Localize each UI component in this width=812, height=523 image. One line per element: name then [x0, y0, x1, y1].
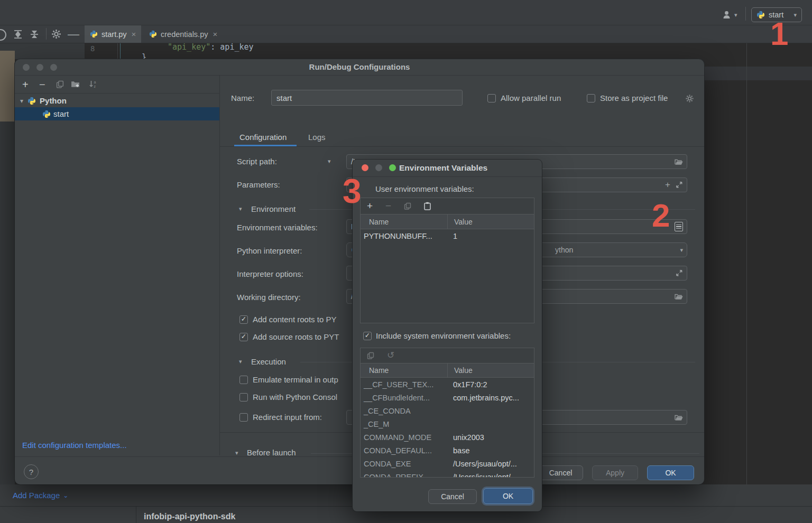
redirect-input-checkbox[interactable]: [239, 413, 248, 422]
expand-all-icon[interactable]: [13, 29, 23, 40]
python-interpreter-label: Python interpreter:: [237, 246, 302, 255]
annotation-step-2: 2: [652, 199, 670, 232]
run-with-python-console-checkbox[interactable]: [239, 393, 248, 401]
environment-section-label: Environment: [251, 204, 296, 213]
python-icon: [756, 11, 765, 19]
table-row[interactable]: CONDA_PREFIX/Users/jsuau/opt/: [361, 470, 534, 478]
include-system-env-label: Include system environment variables:: [376, 331, 511, 340]
hide-panel-icon[interactable]: —: [68, 27, 79, 41]
tree-item-start[interactable]: start: [15, 107, 219, 120]
remove-variable-icon[interactable]: −: [385, 201, 391, 211]
tab-credentials-py[interactable]: credentials.py ×: [144, 25, 223, 43]
allow-parallel-run-checkbox[interactable]: [487, 94, 496, 102]
copy-icon[interactable]: [404, 202, 411, 210]
user-env-table-body: PYTHONUNBUFF...1: [361, 229, 534, 242]
toolbar-divider: [46, 28, 47, 40]
cancel-button[interactable]: Cancel: [538, 465, 583, 480]
tab-start-py[interactable]: start.py ×: [85, 25, 141, 43]
add-source-roots-checkbox[interactable]: [239, 333, 248, 341]
annotation-step-1: 1: [770, 17, 788, 50]
store-settings-gear-icon[interactable]: [685, 94, 694, 103]
column-header-value[interactable]: Value: [447, 218, 473, 226]
table-row[interactable]: _CE_CONDA: [361, 404, 534, 417]
add-variable-icon[interactable]: +: [367, 201, 373, 211]
folder-icon[interactable]: [675, 293, 683, 300]
chevron-expanded-icon[interactable]: ▾: [239, 206, 242, 212]
user-env-section-label: User environment variables:: [375, 184, 474, 193]
gear-icon[interactable]: [51, 29, 61, 39]
gutter-line: [117, 43, 118, 59]
zoom-window-button[interactable]: [389, 164, 396, 171]
add-package-label: Add Package: [13, 491, 60, 500]
package-name[interactable]: infobip-api-python-sdk: [144, 512, 235, 521]
column-header-name[interactable]: Name: [361, 218, 447, 226]
ok-button[interactable]: OK: [647, 465, 694, 480]
table-row[interactable]: CONDA_EXE/Users/jsuau/opt/...: [361, 457, 534, 470]
apply-button[interactable]: Apply: [592, 465, 638, 480]
minimize-window-button[interactable]: [375, 164, 382, 171]
browse-environment-variables-icon[interactable]: [675, 222, 683, 231]
system-env-table: ↺ Name Value __CF_USER_TEX...0x1F7:0:2__…: [360, 348, 534, 478]
user-icon: [722, 10, 733, 20]
column-header-value[interactable]: Value: [447, 366, 473, 375]
table-row[interactable]: __CF_USER_TEX...0x1F7:0:2: [361, 378, 534, 391]
table-row[interactable]: __CFBundleIdent...com.jetbrains.pyc...: [361, 391, 534, 404]
emulate-terminal-checkbox[interactable]: [239, 376, 248, 384]
copy-icon[interactable]: [367, 352, 374, 359]
chevron-down-icon[interactable]: ▾: [680, 247, 683, 254]
python-icon: [42, 110, 51, 118]
ok-button[interactable]: OK: [483, 488, 533, 504]
paste-icon[interactable]: [424, 202, 431, 210]
indent-guide: [120, 43, 121, 59]
add-source-roots-label: Add source roots to PYT: [253, 332, 339, 341]
interpreter-options-label: Interpreter options:: [237, 269, 303, 278]
before-launch-section-label: Before launch: [247, 448, 296, 457]
column-header-name[interactable]: Name: [361, 366, 447, 375]
chevron-expanded-icon[interactable]: ▾: [239, 358, 242, 365]
sort-alphabetically-icon[interactable]: a z: [89, 80, 98, 89]
dialog-title: Environment Variables: [399, 163, 487, 173]
table-row[interactable]: COMMAND_MODEunix2003: [361, 431, 534, 444]
editor-margin-guide: [746, 43, 747, 515]
undo-icon[interactable]: ↺: [387, 351, 394, 360]
add-content-roots-checkbox[interactable]: [239, 315, 248, 324]
add-package-button[interactable]: Add Package ⌄: [13, 491, 68, 500]
include-system-env-checkbox[interactable]: [363, 332, 372, 340]
add-configuration-icon[interactable]: +: [22, 79, 29, 90]
tree-item-python-group[interactable]: ▾ Python: [15, 94, 219, 107]
edit-configuration-templates-link[interactable]: Edit configuration templates...: [22, 441, 127, 450]
name-input[interactable]: start: [271, 90, 463, 106]
add-macro-icon[interactable]: +: [665, 181, 670, 189]
environment-variables-dialog: Environment Variables User environment v…: [353, 160, 542, 511]
user-env-table: + − Name Value PYTHONUNBUFF...1: [360, 198, 534, 323]
expand-field-icon[interactable]: [676, 269, 683, 277]
tab-logs[interactable]: Logs: [308, 133, 326, 142]
copy-configuration-icon[interactable]: [56, 80, 64, 88]
table-row[interactable]: PYTHONUNBUFF...1: [361, 229, 534, 242]
clipped-toolbar-icon[interactable]: [0, 29, 6, 41]
user-menu[interactable]: ▾: [722, 10, 737, 20]
python-icon: [90, 30, 98, 38]
chevron-expanded-icon[interactable]: ▾: [20, 97, 23, 105]
close-icon[interactable]: ×: [132, 30, 136, 39]
close-icon[interactable]: ×: [213, 30, 217, 39]
expand-field-icon[interactable]: [676, 181, 683, 189]
tab-configuration[interactable]: Configuration: [239, 133, 287, 142]
remove-configuration-icon[interactable]: −: [39, 79, 45, 90]
table-row[interactable]: _CE_M: [361, 417, 534, 431]
cancel-button[interactable]: Cancel: [428, 489, 477, 504]
execution-section-label: Execution: [251, 357, 286, 366]
chevron-expanded-icon[interactable]: ▾: [235, 450, 238, 456]
store-as-project-file-checkbox[interactable]: [587, 94, 595, 102]
help-button[interactable]: ?: [24, 464, 39, 479]
store-as-project-file-label: Store as project file: [600, 94, 668, 102]
close-window-button[interactable]: [362, 164, 368, 171]
folder-icon[interactable]: [675, 414, 683, 421]
new-folder-icon[interactable]: [71, 80, 80, 88]
folder-icon[interactable]: [675, 158, 683, 165]
python-icon: [27, 97, 36, 105]
chevron-down-icon[interactable]: ▾: [328, 158, 331, 165]
collapse-all-icon[interactable]: [29, 29, 40, 40]
table-row[interactable]: CONDA_DEFAUL...base: [361, 444, 534, 457]
system-env-table-body: __CF_USER_TEX...0x1F7:0:2__CFBundleIdent…: [361, 378, 534, 478]
